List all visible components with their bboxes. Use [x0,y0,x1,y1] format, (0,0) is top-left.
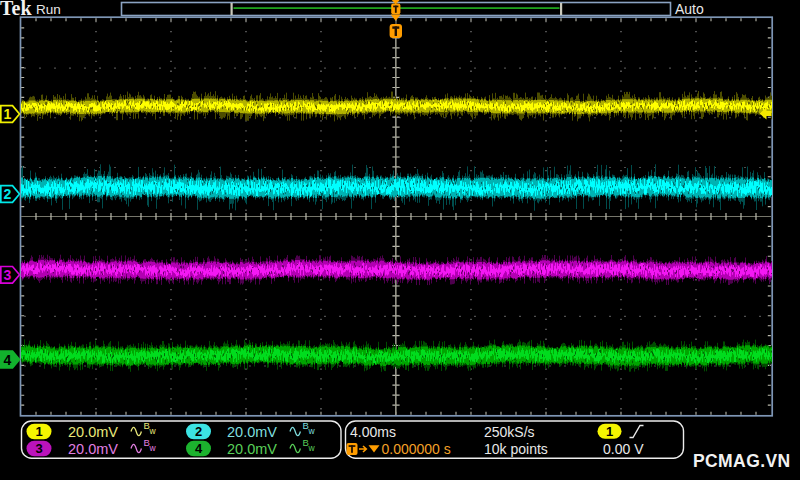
svg-text:Tek: Tek [0,0,32,19]
svg-text:250kS/s: 250kS/s [484,424,535,440]
svg-text:20.0mV: 20.0mV [68,441,118,457]
svg-text:20.0mV: 20.0mV [68,424,118,440]
svg-text:1: 1 [35,424,42,439]
svg-text:0.00 V: 0.00 V [603,441,644,457]
svg-text:1: 1 [606,424,613,439]
svg-text:4.00ms: 4.00ms [350,424,396,440]
svg-text:10k points: 10k points [484,441,548,457]
svg-text:3: 3 [4,267,12,283]
svg-text:2: 2 [195,424,202,439]
svg-text:4: 4 [195,441,203,456]
svg-text:2: 2 [4,186,12,202]
svg-text:Auto: Auto [675,1,704,17]
svg-text:1: 1 [4,106,12,122]
svg-text:w: w [308,426,316,436]
svg-text:3: 3 [35,441,42,456]
svg-text:0.000000 s: 0.000000 s [382,441,451,457]
svg-text:w: w [149,426,157,436]
svg-text:4: 4 [4,352,12,368]
svg-text:w: w [149,443,157,453]
svg-text:20.0mV: 20.0mV [227,424,277,440]
svg-text:w: w [308,443,316,453]
svg-text:PCMAG.VN: PCMAG.VN [693,451,791,471]
svg-text:20.0mV: 20.0mV [227,441,277,457]
svg-text:Run: Run [36,2,61,17]
